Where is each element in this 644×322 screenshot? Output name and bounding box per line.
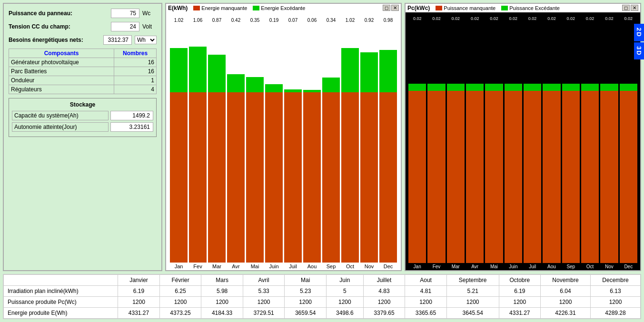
chart-pc-bars-area: 0.020.020.020.020.020.020.020.020.020.02… [406, 14, 640, 263]
chart-e-close[interactable]: ✕ [391, 5, 399, 11]
pc-bar-group: 0.02 [524, 24, 541, 263]
bar-value-label: 0.07 [284, 18, 302, 23]
bar-green [227, 74, 245, 92]
bar-orange [341, 92, 359, 263]
bar-value-label: 0.19 [265, 18, 283, 23]
legend-manquante-label: Energie manquante [201, 5, 247, 11]
table-cell: 5.98 [201, 286, 243, 297]
besoins-unit-select[interactable]: Wh kWh [135, 36, 157, 44]
bar-green [360, 52, 378, 92]
x-label: Avr [227, 263, 245, 269]
pc-bar-green [408, 84, 426, 91]
bar-green [341, 48, 359, 92]
pc-bar-orange [427, 91, 445, 263]
table-header: Aout [405, 275, 447, 286]
bar-orange [303, 92, 321, 263]
pc-bar-value-label: 0.02 [408, 16, 426, 21]
bar-group: 1.02 [170, 26, 188, 263]
table-cell: 4373.25 [159, 308, 201, 319]
table-cell: 4184.33 [201, 308, 243, 319]
table-cell: 1200 [541, 297, 591, 308]
legend-pc-excedante-box [501, 6, 508, 10]
pc-bar-group: 0.02 [447, 24, 465, 263]
pc-bar-group: 0.02 [600, 24, 618, 263]
chart-pc-restore[interactable]: ◻ [622, 5, 630, 11]
table-cell: 1200 [159, 297, 201, 308]
chart-pc-close[interactable]: ✕ [631, 5, 638, 11]
table-row: Puissance produite Pc(Wc)120012001200120… [4, 297, 641, 308]
table-cell: 1200 [446, 297, 499, 308]
bar-green [208, 55, 226, 92]
bar-value-label: 1.02 [341, 18, 359, 23]
table-row-label: Energie produite E(Wh) [4, 308, 118, 319]
bar-orange [284, 92, 302, 263]
pc-bar-green [620, 84, 637, 91]
component-row: Générateur photovoltaïque16 [9, 58, 157, 67]
pc-bar-value-label: 0.02 [562, 16, 580, 21]
legend-pc-manquante-label: Puissance manquante [444, 5, 495, 11]
pc-bar-group: 0.02 [485, 24, 503, 263]
chart-e-header: E(kWh) Energie manquante Energie Excédan… [166, 4, 401, 12]
pc-bar-value-label: 0.02 [505, 16, 522, 21]
table-cell: 1200 [326, 297, 363, 308]
legend-excedante-label: Energie Excédante [261, 5, 305, 11]
besoins-row: Besoins énergétiques nets: 3312.37 Wh kW… [9, 35, 157, 45]
pc-x-label: Juin [505, 264, 522, 269]
x-label: Juin [265, 263, 283, 269]
table-cell: 5.21 [446, 286, 499, 297]
pc-bar-green [600, 84, 618, 91]
puissance-label: Puissance du panneau: [9, 10, 108, 17]
btn-3d[interactable]: 3D [634, 42, 644, 60]
chart-e-restore[interactable]: ◻ [383, 5, 390, 11]
pc-x-label: Mar [447, 264, 465, 269]
table-cell: 1200 [363, 297, 405, 308]
bar-green [189, 47, 207, 93]
table-cell: 1200 [405, 297, 447, 308]
table-cell: 3365.65 [405, 308, 447, 319]
pc-x-label: Dec [620, 264, 637, 269]
pc-x-label: Jan [408, 264, 426, 269]
chart-pc-title: Pc(kWc) [407, 5, 430, 11]
table-cell: 3498.6 [326, 308, 363, 319]
bar-value-label: 1.02 [170, 18, 188, 23]
x-label: Juil [284, 263, 302, 269]
legend-manquante: Energie manquante [193, 5, 247, 11]
pc-bar-value-label: 0.02 [485, 16, 503, 21]
legend-manquante-box [193, 6, 200, 10]
bottom-table-container: JanvierFévrierMarsAvrilMaiJuinJuilletAou… [3, 274, 641, 319]
chart-e-controls: ◻ ✕ [383, 5, 399, 11]
component-row: Onduleur1 [9, 76, 157, 85]
besoins-value: 3312.37 [103, 35, 132, 45]
table-header: Octobre [499, 275, 541, 286]
chart-pc-controls: ◻ ✕ [622, 5, 638, 11]
bar-green [246, 77, 264, 92]
stockage-row: Capacité du système(Ah)1499.2 [12, 111, 153, 120]
tension-row: Tension CC du champ: 24 Volt [9, 22, 157, 31]
pc-bar-green [562, 84, 580, 91]
pc-bar-green [447, 84, 465, 91]
bar-group: 1.02 [341, 26, 359, 263]
pc-bar-group: 0.02 [505, 24, 522, 263]
col-composants: Composants [9, 49, 114, 58]
pc-x-label: Aou [543, 264, 560, 269]
table-cell: 4331.27 [499, 308, 541, 319]
component-row: Parc Batteries16 [9, 67, 157, 76]
pc-bar-orange [466, 91, 484, 263]
puissance-value: 75 [111, 9, 139, 18]
table-row-label: Puissance produite Pc(Wc) [4, 297, 118, 308]
table-cell: 4.83 [363, 286, 405, 297]
chart-pc-panel: Pc(kWc) Puissance manquante Puissance Ex… [405, 3, 641, 271]
chart-pc-header: Pc(kWc) Puissance manquante Puissance Ex… [406, 4, 640, 12]
table-cell: 6.13 [590, 286, 640, 297]
btn-2d[interactable]: 2D [634, 24, 644, 41]
bar-group: 0.87 [208, 26, 226, 263]
left-panel: Puissance du panneau: 75 Wc Tension CC d… [3, 3, 162, 271]
side-buttons: 2D 3D [634, 24, 644, 59]
table-row-label: Irradiation plan incliné(kWh) [4, 286, 118, 297]
table-cell: 4.81 [405, 286, 447, 297]
table-header: Février [159, 275, 201, 286]
chart-e-x-axis: JanFevMarAvrMaiJuinJuilAouSepOctNovDec [166, 263, 401, 270]
stockage-row: Autonomie atteinte(Jour)3.23161 [12, 122, 153, 132]
tension-label: Tension CC du champ: [9, 23, 108, 30]
legend-pc-manquante-box [436, 6, 442, 10]
